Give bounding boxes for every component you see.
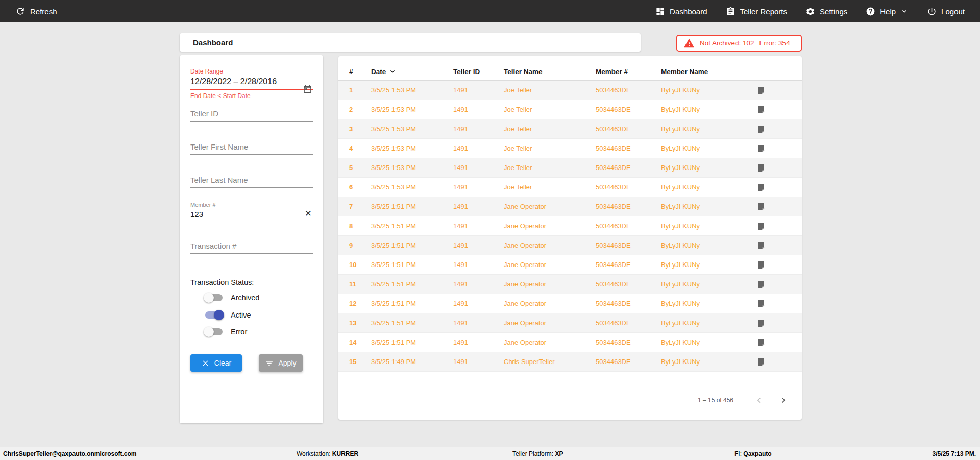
teller-last-name-input[interactable] [190, 174, 313, 188]
nav-logout[interactable]: Logout [927, 7, 965, 16]
warning-icon [683, 38, 695, 49]
calendar-icon[interactable] [303, 85, 312, 95]
nav-logout-label: Logout [941, 7, 965, 16]
note-icon[interactable] [757, 319, 765, 327]
cell-member-num: 5034463DE [596, 352, 631, 372]
top-nav-bar: Refresh Dashboard Teller Reports Setting… [0, 0, 980, 22]
col-teller-name: Teller Name [504, 68, 543, 76]
workstation-info: Workstation: KURRER [297, 450, 358, 457]
date-range-input[interactable] [190, 75, 313, 90]
note-icon[interactable] [757, 203, 765, 211]
cell-num: 14 [349, 333, 356, 352]
cell-num: 5 [349, 158, 353, 178]
cell-num: 12 [349, 294, 356, 313]
cell-member-name: ByLyJI KUNy [661, 216, 700, 236]
table-row[interactable]: 13/5/25 1:53 PM1491Joe Teller5034463DEBy… [338, 81, 802, 100]
cell-member-num: 5034463DE [596, 178, 631, 197]
cell-num: 1 [349, 81, 353, 100]
note-icon[interactable] [757, 222, 765, 230]
table-row[interactable]: 93/5/25 1:51 PM1491Jane Operator5034463D… [338, 236, 802, 255]
filter-panel: Date Range End Date < Start Date Member … [180, 55, 323, 423]
cell-num: 15 [349, 352, 356, 372]
cell-date: 3/5/25 1:53 PM [371, 81, 416, 100]
col-date[interactable]: Date [371, 66, 397, 76]
note-icon[interactable] [757, 261, 765, 269]
cell-date: 3/5/25 1:53 PM [371, 119, 416, 139]
logged-in-user: ChrisSuperTeller@qaxpauto.onmicrosoft.co… [3, 450, 137, 457]
cell-teller-name: Jane Operator [504, 294, 546, 313]
table-row[interactable]: 113/5/25 1:51 PM1491Jane Operator5034463… [338, 275, 802, 294]
cell-teller-id: 1491 [453, 236, 468, 255]
cell-teller-id: 1491 [453, 158, 468, 178]
note-icon[interactable] [757, 125, 765, 133]
note-icon[interactable] [757, 144, 765, 153]
cell-member-num: 5034463DE [596, 313, 631, 333]
filter-icon [265, 359, 274, 368]
cell-member-num: 5034463DE [596, 81, 631, 100]
nav-settings[interactable]: Settings [805, 7, 847, 16]
cell-member-num: 5034463DE [596, 294, 631, 313]
col-member-num: Member # [596, 68, 628, 76]
table-header-row: # Date Teller ID Teller Name Member # Me… [338, 56, 802, 81]
cell-member-num: 5034463DE [596, 197, 631, 216]
table-row[interactable]: 103/5/25 1:51 PM1491Jane Operator5034463… [338, 255, 802, 275]
member-number-input[interactable] [190, 208, 313, 222]
transaction-number-input[interactable] [190, 239, 313, 254]
note-icon[interactable] [757, 106, 765, 114]
table-row[interactable]: 33/5/25 1:53 PM1491Joe Teller5034463DEBy… [338, 119, 802, 139]
alert-badge: Not Archived: 102 Error: 354 [676, 35, 802, 52]
table-row[interactable]: 63/5/25 1:53 PM1491Joe Teller5034463DEBy… [338, 178, 802, 197]
cell-teller-name: Chris SuperTeller [504, 352, 555, 372]
table-row[interactable]: 73/5/25 1:51 PM1491Jane Operator5034463D… [338, 197, 802, 216]
toggle-archived[interactable]: Archived [205, 292, 259, 304]
note-icon[interactable] [757, 280, 765, 288]
note-icon[interactable] [757, 338, 765, 347]
cell-num: 10 [349, 255, 356, 275]
teller-first-name-input[interactable] [190, 140, 313, 155]
note-icon[interactable] [757, 164, 765, 172]
teller-id-input[interactable] [190, 107, 313, 122]
nav-teller-reports-label: Teller Reports [740, 7, 788, 16]
clear-button[interactable]: Clear [190, 354, 242, 372]
prev-page-icon[interactable] [754, 395, 764, 405]
note-icon[interactable] [757, 300, 765, 308]
nav-help[interactable]: Help [866, 7, 909, 16]
table-row[interactable]: 123/5/25 1:51 PM1491Jane Operator5034463… [338, 294, 802, 313]
cell-member-name: ByLyJI KUNy [661, 119, 700, 139]
note-icon[interactable] [757, 86, 765, 94]
note-icon[interactable] [757, 358, 765, 366]
cell-num: 8 [349, 216, 353, 236]
nav-dashboard-label: Dashboard [670, 7, 707, 16]
cell-member-num: 5034463DE [596, 139, 631, 158]
nav-dashboard[interactable]: Dashboard [655, 7, 707, 16]
cell-member-num: 5034463DE [596, 275, 631, 294]
apply-button[interactable]: Apply [259, 354, 303, 372]
cell-date: 3/5/25 1:53 PM [371, 178, 416, 197]
table-row[interactable]: 83/5/25 1:51 PM1491Jane Operator5034463D… [338, 216, 802, 236]
cell-member-num: 5034463DE [596, 236, 631, 255]
note-icon[interactable] [757, 241, 765, 250]
cell-date: 3/5/25 1:51 PM [371, 255, 416, 275]
toggle-error[interactable]: Error [205, 326, 247, 338]
table-body: 13/5/25 1:53 PM1491Joe Teller5034463DEBy… [338, 81, 802, 372]
cell-member-name: ByLyJI KUNy [661, 275, 700, 294]
cell-teller-name: Jane Operator [504, 313, 546, 333]
nav-teller-reports[interactable]: Teller Reports [726, 7, 788, 16]
table-row[interactable]: 53/5/25 1:53 PM1491Joe Teller5034463DEBy… [338, 158, 802, 178]
clear-member-icon[interactable]: ✕ [305, 209, 312, 218]
refresh-button[interactable]: Refresh [15, 6, 57, 16]
table-row[interactable]: 143/5/25 1:51 PM1491Jane Operator5034463… [338, 333, 802, 352]
next-page-icon[interactable] [778, 395, 789, 405]
cell-teller-id: 1491 [453, 119, 468, 139]
table-row[interactable]: 23/5/25 1:53 PM1491Joe Teller5034463DEBy… [338, 100, 802, 119]
cell-member-num: 5034463DE [596, 255, 631, 275]
cell-member-name: ByLyJI KUNy [661, 197, 700, 216]
cell-num: 6 [349, 178, 353, 197]
table-row[interactable]: 153/5/25 1:49 PM1491Chris SuperTeller503… [338, 352, 802, 372]
note-icon[interactable] [757, 183, 765, 191]
cell-member-name: ByLyJI KUNy [661, 313, 700, 333]
table-row[interactable]: 133/5/25 1:51 PM1491Jane Operator5034463… [338, 313, 802, 333]
toggle-active[interactable]: Active [205, 309, 251, 321]
cell-member-name: ByLyJI KUNy [661, 81, 700, 100]
table-row[interactable]: 43/5/25 1:53 PM1491Joe Teller5034463DEBy… [338, 139, 802, 158]
